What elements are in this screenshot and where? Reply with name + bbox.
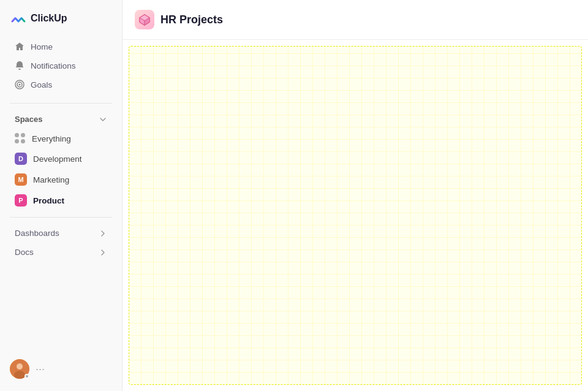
everything-label: Everything: [32, 134, 71, 143]
avatar-status-indicator: [24, 374, 29, 379]
divider-2: [10, 217, 112, 218]
cube-icon: [138, 13, 151, 26]
sidebar-user-avatar[interactable]: ···: [0, 354, 122, 384]
product-label: Product: [33, 196, 64, 205]
development-label: Development: [33, 154, 82, 164]
sidebar-logo[interactable]: ClickUp: [0, 0, 122, 34]
spaces-header[interactable]: Spaces: [5, 111, 117, 127]
logo-text: ClickUp: [31, 13, 67, 24]
avatar-menu-dots: ···: [36, 363, 45, 374]
avatar-wrapper: [10, 359, 29, 379]
target-icon: [15, 80, 24, 89]
main-header: HR Projects: [123, 0, 588, 40]
bell-icon: [15, 61, 24, 70]
sidebar: ClickUp Home Notifications Goals Spac: [0, 0, 123, 391]
sidebar-item-goals[interactable]: Goals: [5, 75, 117, 94]
sidebar-navigation: Home Notifications Goals: [0, 34, 122, 97]
sidebar-item-everything[interactable]: Everything: [5, 129, 117, 148]
marketing-label: Marketing: [33, 175, 69, 184]
sidebar-item-development[interactable]: D Development: [5, 149, 117, 169]
chevron-right-icon-dashboards: [99, 229, 107, 238]
divider-1: [10, 103, 112, 104]
sidebar-item-dashboards[interactable]: Dashboards: [5, 224, 117, 242]
sidebar-item-docs[interactable]: Docs: [5, 243, 117, 261]
main-content: HR Projects: [123, 0, 588, 391]
product-avatar: P: [15, 194, 27, 207]
chevron-down-icon: [99, 115, 107, 124]
sidebar-item-notifications[interactable]: Notifications: [5, 56, 117, 75]
marketing-avatar: M: [15, 173, 27, 186]
page-title: HR Projects: [160, 13, 223, 26]
svg-point-2: [19, 84, 21, 86]
sidebar-item-marketing[interactable]: M Marketing: [5, 170, 117, 189]
home-icon: [15, 42, 24, 51]
spaces-label: Spaces: [15, 115, 43, 124]
dashboards-label: Dashboards: [15, 229, 59, 238]
home-label: Home: [31, 42, 53, 51]
hr-projects-icon: [135, 10, 154, 29]
clickup-logo-icon: [10, 10, 27, 27]
sidebar-item-home[interactable]: Home: [5, 37, 117, 56]
notifications-label: Notifications: [31, 61, 76, 70]
docs-label: Docs: [15, 248, 34, 257]
chevron-right-icon-docs: [99, 248, 107, 257]
sidebar-item-product[interactable]: P Product: [5, 191, 117, 210]
goals-label: Goals: [31, 80, 52, 89]
development-avatar: D: [15, 153, 27, 165]
svg-point-4: [17, 363, 23, 370]
main-body-canvas: [129, 46, 582, 385]
everything-dots-icon: [15, 133, 26, 144]
